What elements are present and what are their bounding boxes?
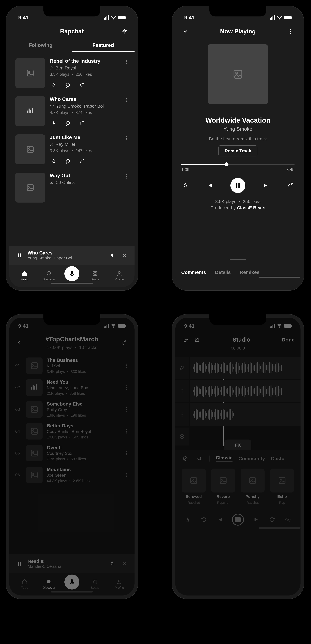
search-icon[interactable] [195, 454, 203, 462]
more-icon[interactable] [124, 58, 129, 66]
share-icon[interactable] [78, 81, 86, 89]
feed-item[interactable]: Who Cares Yung Smoke, Paper Boi 4.7K pla… [15, 96, 129, 127]
playlist-row[interactable]: 03 Somebody Else Philly Grey 1.9K plays … [15, 401, 129, 418]
more-icon[interactable] [175, 403, 189, 426]
more-icon[interactable] [286, 27, 294, 35]
nav-record[interactable] [64, 574, 79, 590]
share-icon[interactable] [78, 157, 86, 166]
more-icon[interactable] [124, 362, 129, 370]
track-thumb[interactable] [26, 379, 43, 396]
feed-item[interactable]: Way Out CJ Colins [15, 172, 129, 202]
playlist-row[interactable]: 06 Mountains Joe Green 44.3K plays • 2.8… [15, 467, 129, 483]
chevron-down-icon[interactable] [181, 27, 189, 35]
fx-tab-classic[interactable]: Classic [216, 455, 232, 462]
flame-icon[interactable] [50, 157, 58, 166]
prev-icon[interactable] [206, 182, 214, 190]
done-button[interactable]: Done [282, 337, 294, 343]
track-thumb[interactable] [26, 401, 43, 418]
tab-comments[interactable]: Comments [181, 270, 206, 275]
home-indicator[interactable] [258, 527, 300, 528]
nav-discover[interactable]: Discover [40, 270, 58, 281]
more-icon[interactable] [124, 134, 129, 142]
close-icon[interactable] [120, 251, 129, 260]
fx-preset[interactable]: Punchy Rapchat [240, 468, 265, 505]
tab-following[interactable]: Following [9, 38, 72, 52]
more-icon[interactable] [124, 428, 129, 435]
metronome-icon[interactable] [184, 516, 192, 524]
track-row[interactable] [175, 403, 300, 426]
add-track-button[interactable] [175, 428, 189, 446]
flame-icon[interactable] [181, 182, 189, 190]
flame-icon[interactable] [50, 81, 58, 89]
prev-icon[interactable] [216, 516, 224, 524]
comment-icon[interactable] [64, 119, 72, 127]
bolt-icon[interactable] [120, 27, 129, 35]
playlist-row[interactable]: 02 Need You Nina Lanez, Loud Boy 21K pla… [15, 379, 129, 396]
play-icon[interactable] [252, 516, 260, 524]
exit-icon[interactable] [181, 336, 189, 344]
playlist-row[interactable]: 04 Better Days Cody Banks, Ben Royal 10.… [15, 423, 129, 440]
tab-remixes[interactable]: Remixes [240, 270, 259, 275]
track-thumb[interactable] [15, 172, 45, 202]
miniplayer[interactable]: Need It MandieX, OFasha [9, 554, 135, 573]
pause-icon[interactable] [15, 251, 23, 260]
more-icon[interactable] [124, 384, 129, 391]
sheet-handle[interactable] [230, 259, 246, 260]
settings-icon[interactable] [284, 516, 292, 524]
home-indicator[interactable] [51, 283, 93, 284]
track-thumb[interactable] [15, 58, 45, 88]
record-button[interactable] [232, 514, 244, 526]
fx-preset[interactable]: Reverb Rapchat [211, 468, 236, 505]
close-icon[interactable] [120, 560, 129, 568]
feed-item[interactable]: Just Like Me Ray Miller 3.3K plays • 247… [15, 134, 129, 166]
nav-profile[interactable]: Profile [110, 270, 128, 281]
nav-beats[interactable]: Beats [86, 270, 104, 281]
home-indicator[interactable] [51, 591, 93, 592]
tab-details[interactable]: Details [215, 270, 231, 275]
share-icon[interactable] [286, 182, 294, 190]
flame-icon[interactable] [108, 251, 116, 260]
tab-featured[interactable]: Featured [72, 38, 135, 52]
playlist-row[interactable]: 01 The Business Kid Sol 3.4K plays • 330… [15, 358, 129, 374]
nav-profile[interactable]: Profile [110, 579, 128, 590]
share-icon[interactable] [120, 339, 129, 347]
playlist-row[interactable]: 05 Over It Courtney Sox 7.7K plays • 583… [15, 445, 129, 461]
nav-feed[interactable]: Feed [16, 579, 34, 590]
feed-item[interactable]: Rebel of the Industry Ben Royal 3.5K pla… [15, 58, 129, 89]
more-icon[interactable] [124, 96, 129, 104]
track-row[interactable] [175, 380, 300, 402]
track-thumb[interactable] [26, 358, 43, 374]
share-icon[interactable] [78, 119, 86, 127]
track-artist[interactable]: Ray Miller [50, 142, 120, 147]
pause-button[interactable] [230, 178, 245, 193]
nav-beats[interactable]: Beats [86, 579, 104, 590]
next-icon[interactable] [262, 182, 270, 190]
track-row[interactable] [175, 356, 300, 379]
nav-discover[interactable]: Discover [40, 579, 58, 590]
music-icon[interactable] [175, 356, 189, 379]
remix-button[interactable]: Remix Track [218, 145, 257, 156]
track-artist[interactable]: CJ Colins [50, 180, 120, 185]
more-icon[interactable] [124, 406, 129, 413]
more-icon[interactable] [124, 471, 129, 479]
more-icon[interactable] [124, 450, 129, 457]
progress-bar[interactable] [181, 164, 294, 165]
miniplayer[interactable]: Who Cares Yung Smoke, Paper Boi [9, 246, 135, 265]
more-icon[interactable] [175, 380, 189, 402]
pause-icon[interactable] [15, 560, 23, 568]
track-artist[interactable]: Yung Smoke, Paper Boi [50, 104, 120, 109]
fx-tab-community[interactable]: Community [238, 456, 265, 461]
none-icon[interactable] [181, 454, 189, 462]
produced-by[interactable]: Produced by ClassE Beats [175, 205, 300, 210]
track-artist[interactable]: Yung Smoke [175, 126, 300, 132]
redo-icon[interactable] [268, 516, 276, 524]
comment-icon[interactable] [64, 81, 72, 89]
track-thumb[interactable] [26, 467, 43, 483]
edit-icon[interactable] [193, 336, 201, 344]
undo-icon[interactable] [200, 516, 208, 524]
fx-preset[interactable]: Echo Rap [270, 468, 295, 505]
track-artist[interactable]: Ben Royal [50, 66, 120, 70]
track-thumb[interactable] [26, 445, 43, 461]
comment-icon[interactable] [64, 157, 72, 166]
fx-tab-custom[interactable]: Custo [271, 456, 284, 461]
